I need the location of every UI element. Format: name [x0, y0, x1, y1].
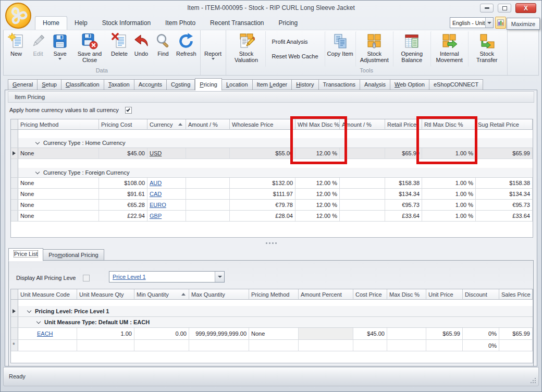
cell-currency[interactable]: CAD [147, 189, 186, 199]
column-header-min-quantity[interactable]: Min Quantity [134, 289, 189, 300]
grid-data-row[interactable]: None$91.61CAD$111.9712.00 %$134.341.00 %… [11, 189, 533, 200]
cell-amount[interactable] [340, 189, 385, 199]
cell-wholesale-price[interactable]: $132.00 [230, 178, 295, 188]
tab-accounts[interactable]: Accounts [134, 79, 167, 90]
delete-button[interactable]: Delete [108, 31, 130, 67]
gbp-link[interactable]: GBP [150, 213, 162, 219]
cell-wholesale-price[interactable]: $55.00 [230, 148, 295, 158]
tab-classification[interactable]: Classification [61, 79, 104, 90]
grid-group-row[interactable]: Pricing Level: Price Level 1 [11, 306, 533, 317]
cell-discount[interactable]: 0% [463, 328, 499, 339]
minimize-button[interactable] [480, 4, 494, 13]
cell-rtl-max-disc[interactable]: 1.00 % [422, 189, 476, 199]
cell-whl-max-disc[interactable]: 12.00 % [295, 200, 340, 210]
grid-group-row[interactable]: Currency Type : Foreign Currency [11, 168, 533, 178]
each-link[interactable]: EACH [37, 330, 53, 337]
column-header-unit-price[interactable]: Unit Price [426, 289, 463, 300]
cell-pricing-method[interactable]: None [18, 178, 99, 188]
save-button[interactable]: Save [49, 31, 71, 67]
tab-pricing[interactable]: Pricing [195, 78, 222, 91]
layout-icon-button[interactable] [495, 17, 506, 29]
cell-retail-price[interactable]: €95.73 [385, 200, 422, 210]
cell-currency[interactable]: GBP [147, 211, 186, 221]
column-header-max-quantity[interactable]: Max Quantity [189, 289, 249, 300]
cell-pricing-method[interactable]: None [249, 328, 299, 339]
price-level-value[interactable]: Price Level 1 [109, 272, 215, 282]
resize-grip[interactable] [529, 377, 536, 383]
opening-balance-button[interactable]: Opening Balance [393, 31, 430, 67]
tab-setup[interactable]: Setup [38, 79, 61, 90]
cell-max-quantity[interactable]: 999,999,999,999.00 [189, 328, 249, 339]
price-level-combobox[interactable]: Price Level 1 [109, 271, 225, 283]
cell-rtl-max-disc[interactable]: 1.00 % [422, 211, 476, 221]
cad-link[interactable]: CAD [150, 191, 162, 197]
cell-max-quantity[interactable] [189, 340, 249, 351]
cell-discount[interactable]: 0% [463, 340, 499, 351]
aud-link[interactable]: AUD [150, 180, 162, 186]
cell-pricing-method[interactable]: None [18, 189, 99, 199]
column-header-cost-price[interactable]: Cost Price [353, 289, 387, 300]
report-button[interactable]: Report [202, 31, 224, 67]
column-header-wholesale-price[interactable]: Wholesale Price [230, 119, 295, 130]
column-header-amount-percent[interactable]: Amount Percent [299, 289, 353, 300]
column-header-pricing-method[interactable]: Pricing Method [18, 119, 99, 130]
column-header-sales-price[interactable]: Sales Price [499, 289, 533, 300]
cell-amount[interactable] [340, 200, 385, 210]
cell-whl-max-disc[interactable]: 12.00 % [295, 178, 340, 188]
cell-currency[interactable]: USD [147, 148, 186, 158]
splitter-handle[interactable] [5, 240, 537, 246]
copy-item-button[interactable]: Copy Item [325, 31, 355, 67]
title-bar[interactable]: Item - ITEM-000095 - Stock - RIP CURL Lo… [1, 1, 541, 16]
cell-unit-price[interactable]: $65.99 [426, 328, 463, 339]
find-button[interactable]: Find [152, 31, 174, 67]
new-button[interactable]: New [5, 31, 27, 67]
price-level-dropdown-arrow[interactable] [215, 272, 224, 282]
cell-wholesale-price[interactable]: $111.97 [230, 189, 295, 199]
cell-retail-price[interactable]: $158.38 [385, 178, 422, 188]
grid-data-row[interactable]: None$108.00AUD$132.0012.00 %$158.381.00 … [11, 178, 533, 189]
tab-general[interactable]: General [8, 79, 38, 90]
grid-data-row[interactable]: None£22.94GBP£28.0412.00 %£33.641.00 %£3… [11, 211, 533, 222]
cell-amount[interactable] [186, 189, 230, 199]
tab-eshopconnect[interactable]: eShopCONNECT [429, 79, 483, 90]
collapse-chevron-icon[interactable] [27, 309, 31, 313]
column-header-unit-measure-qty[interactable]: Unit Measure Qty [77, 289, 134, 300]
column-header-pricing-method[interactable]: Pricing Method [249, 289, 299, 300]
profit-analysis-button[interactable]: Profit Analysis [270, 37, 321, 46]
tab-web-option[interactable]: Web Option [390, 79, 429, 90]
cell-currency[interactable]: EURO [147, 200, 186, 210]
cell-unit-measure-code[interactable] [18, 340, 77, 351]
undo-button[interactable]: Undo [130, 31, 152, 67]
cell-retail-price[interactable]: £33.64 [385, 211, 422, 221]
cell-amount[interactable] [340, 211, 385, 221]
cell-amount[interactable] [186, 178, 230, 188]
cell-max-disc[interactable] [387, 328, 426, 339]
internal-movement-button[interactable]: Internal Movement [430, 31, 468, 67]
cell-unit-price[interactable] [426, 340, 463, 351]
tab-analysis[interactable]: Analysis [360, 79, 390, 90]
tab-history[interactable]: History [292, 79, 318, 90]
cell-sug-retail-price[interactable]: $65.99 [476, 148, 533, 158]
tab-costing[interactable]: Costing [167, 79, 195, 90]
cell-amount-percent[interactable] [299, 340, 353, 351]
cell-pricing-method[interactable]: None [18, 211, 99, 221]
restore-button[interactable] [498, 4, 511, 13]
grid-group-row[interactable]: Unit Measure Type: Default UM : EACH [11, 317, 533, 328]
cell-sug-retail-price[interactable]: $158.38 [476, 178, 533, 188]
cell-min-quantity[interactable]: 0.00 [134, 328, 189, 339]
column-header-discount[interactable]: Discount [463, 289, 499, 300]
column-header-unit-measure-code[interactable]: Unit Measure Code [18, 289, 77, 300]
cell-whl-max-disc[interactable]: 12.00 % [295, 189, 340, 199]
cell-pricing-cost[interactable]: £22.94 [99, 211, 147, 221]
tab-location[interactable]: Location [222, 79, 253, 90]
ribbon-tab-stock-information[interactable]: Stock Information [95, 17, 158, 30]
cell-unit-measure-qty[interactable] [77, 340, 134, 351]
stock-valuation-button[interactable]: Stock Valuation [228, 31, 265, 67]
apply-home-currency-checkbox[interactable] [125, 107, 132, 114]
grid-data-row[interactable]: *0% [11, 340, 533, 351]
reset-web-cache-button[interactable]: Reset Web Cache [270, 52, 321, 61]
cell-currency[interactable]: AUD [147, 178, 186, 188]
language-selector[interactable]: English - United States [450, 17, 494, 28]
cell-sales-price[interactable] [499, 340, 533, 351]
cell-amount[interactable] [340, 178, 385, 188]
